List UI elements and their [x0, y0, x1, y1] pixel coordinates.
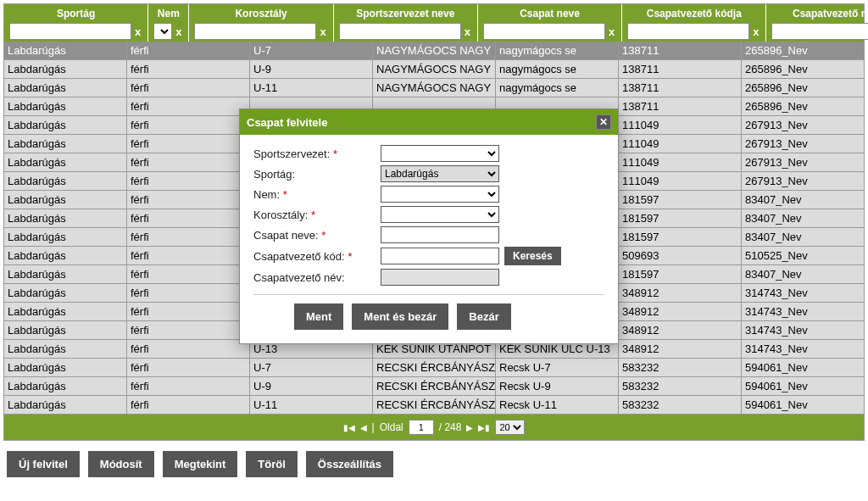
table-cell: 181597	[619, 209, 742, 227]
clear-filter-icon[interactable]: x	[607, 25, 616, 38]
clear-filter-icon[interactable]: x	[463, 25, 472, 38]
col-header[interactable]: Sportszervezet nevex	[334, 4, 478, 42]
table-cell: 111049	[619, 135, 742, 153]
dialog-title-bar: Csapat felvitele ✕	[240, 109, 618, 135]
col-header[interactable]: Csapatvezető kódjax	[622, 4, 766, 42]
table-cell: NAGYMÁGOCS NAGY	[373, 79, 496, 97]
sport-select[interactable]: Labdarúgás	[381, 165, 499, 182]
first-page-icon[interactable]: ▮◀	[343, 423, 355, 432]
pager: ▮◀ ◀ | Oldal / 248 ▶ ▶▮ 20	[4, 415, 864, 440]
next-page-icon[interactable]: ▶	[466, 423, 473, 432]
table-cell: 111049	[619, 172, 742, 190]
table-row[interactable]: LabdarúgásférfiU-7NAGYMÁGOCS NAGYnagymág…	[4, 42, 864, 60]
table-row[interactable]: LabdarúgásférfiU-9RECSKI ÉRCBÁNYÁSZRecsk…	[4, 377, 864, 396]
table-cell: Labdarúgás	[4, 60, 127, 78]
clear-filter-icon[interactable]: x	[133, 25, 142, 38]
save-close-button[interactable]: Ment és bezár	[352, 303, 448, 330]
filter-input[interactable]	[194, 23, 316, 40]
clear-filter-icon[interactable]: x	[174, 25, 183, 38]
team-input[interactable]	[381, 226, 499, 243]
table-row[interactable]: LabdarúgásférfiU-11NAGYMÁGOCS NAGYnagymá…	[4, 79, 864, 97]
search-button[interactable]: Keresés	[504, 247, 561, 265]
col-title: Sportág	[6, 6, 146, 23]
col-title: Korosztály	[191, 6, 331, 23]
table-cell: RECSKI ÉRCBÁNYÁSZ	[373, 377, 496, 395]
table-cell: Labdarúgás	[4, 284, 127, 302]
view-button[interactable]: Megtekint	[163, 451, 238, 477]
action-bar: Új felvitel Módosít Megtekint Töröl Össz…	[3, 441, 865, 487]
delete-button[interactable]: Töröl	[246, 451, 298, 477]
prev-page-icon[interactable]: ◀	[360, 423, 367, 432]
table-cell: 594061_Nev	[742, 377, 864, 395]
clear-filter-icon[interactable]: x	[751, 25, 760, 38]
close-icon[interactable]: ✕	[596, 114, 611, 130]
save-button[interactable]: Ment	[294, 303, 343, 330]
table-cell: 83407_Nev	[742, 209, 864, 227]
table-cell: Labdarúgás	[4, 340, 127, 358]
table-cell: Recsk U-7	[496, 359, 619, 376]
leadcode-input[interactable]	[381, 248, 499, 264]
filter-input[interactable]	[483, 23, 605, 40]
table-cell: férfi	[127, 191, 250, 209]
edit-button[interactable]: Módosít	[88, 451, 154, 477]
col-header[interactable]: Csapatvezető nevex	[766, 4, 868, 42]
org-select[interactable]	[381, 145, 499, 162]
table-cell: Labdarúgás	[4, 97, 127, 115]
table-cell: Labdarúgás	[4, 359, 127, 376]
table-cell: férfi	[127, 42, 250, 59]
team-dialog: Csapat felvitele ✕ Sportszervezet: * Spo…	[239, 109, 619, 344]
page-total: / 248	[439, 421, 462, 433]
table-cell: férfi	[127, 153, 250, 171]
page-size-select[interactable]: 20	[495, 420, 525, 435]
table-cell: 138711	[619, 97, 742, 115]
filter-input[interactable]	[339, 23, 461, 40]
last-page-icon[interactable]: ▶▮	[478, 423, 490, 432]
filter-input[interactable]	[9, 23, 131, 40]
table-cell: Labdarúgás	[4, 228, 127, 246]
new-button[interactable]: Új felvitel	[7, 451, 80, 477]
table-cell: 265896_Nev	[742, 79, 864, 97]
compose-button[interactable]: Összeállítás	[306, 451, 393, 477]
page-input[interactable]	[409, 420, 434, 435]
table-cell: 314743_Nev	[742, 303, 864, 320]
age-label: Korosztály: *	[253, 209, 381, 221]
gender-label: Nem: *	[253, 188, 381, 201]
table-cell: Recsk U-11	[496, 396, 619, 414]
leadname-label: Csapatvezető név:	[253, 271, 381, 284]
filter-input[interactable]	[627, 23, 749, 40]
table-cell: 267913_Nev	[742, 116, 864, 134]
table-cell: férfi	[127, 247, 250, 264]
table-cell: Labdarúgás	[4, 396, 127, 414]
filter-input[interactable]	[153, 23, 172, 40]
col-header[interactable]: Korosztályx	[189, 4, 333, 42]
table-row[interactable]: LabdarúgásférfiU-9NAGYMÁGOCS NAGYnagymág…	[4, 60, 864, 79]
table-cell: 138711	[619, 60, 742, 78]
age-select[interactable]	[381, 206, 499, 223]
clear-filter-icon[interactable]: x	[318, 25, 327, 38]
gender-select[interactable]	[381, 186, 499, 203]
filter-input[interactable]	[771, 23, 868, 40]
table-cell: Labdarúgás	[4, 191, 127, 209]
table-cell: Labdarúgás	[4, 321, 127, 339]
col-title: Csapatvezető kódja	[624, 6, 764, 23]
col-header[interactable]: Csapat nevex	[478, 4, 622, 42]
table-cell: 594061_Nev	[742, 396, 864, 414]
col-header[interactable]: Nemx	[148, 4, 189, 42]
table-cell: U-7	[250, 359, 373, 376]
table-row[interactable]: LabdarúgásférfiU-7RECSKI ÉRCBÁNYÁSZRecsk…	[4, 359, 864, 377]
table-cell: 267913_Nev	[742, 172, 864, 190]
table-cell: 265896_Nev	[742, 60, 864, 78]
col-header[interactable]: Sportágx	[4, 4, 148, 42]
table-cell: 314743_Nev	[742, 284, 864, 302]
close-button[interactable]: Bezár	[457, 303, 510, 330]
table-cell: 138711	[619, 42, 742, 59]
table-cell: nagymágocs se	[496, 42, 619, 59]
table-cell: nagymágocs se	[496, 60, 619, 78]
table-cell: 583232	[619, 396, 742, 414]
table-cell: Labdarúgás	[4, 135, 127, 153]
table-cell: Labdarúgás	[4, 247, 127, 264]
table-cell: NAGYMÁGOCS NAGY	[373, 60, 496, 78]
table-cell: férfi	[127, 396, 250, 414]
table-cell: 265896_Nev	[742, 97, 864, 115]
table-row[interactable]: LabdarúgásférfiU-11RECSKI ÉRCBÁNYÁSZRecs…	[4, 396, 864, 415]
